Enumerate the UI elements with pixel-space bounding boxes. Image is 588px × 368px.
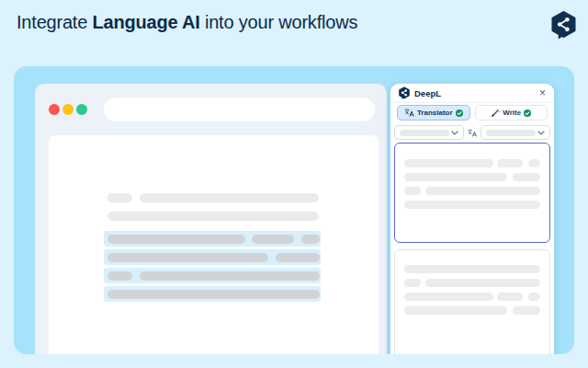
tab-write-label: Write [503,109,521,117]
close-window-icon[interactable] [49,104,60,115]
skeleton-bar [140,271,320,281]
language-selector-row [394,125,550,140]
page-title-suffix: into your workflows [200,12,358,32]
translation-output-area [394,249,550,354]
maximize-window-icon[interactable] [76,104,87,115]
pro-check-badge-icon [524,109,531,117]
skeleton-row [404,187,540,195]
skeleton-bar [404,187,421,195]
skeleton-bar [404,265,540,273]
tab-write[interactable]: Write [475,105,548,121]
chevron-down-icon [537,131,545,135]
panel-tabs: Translator Write [390,105,554,121]
skeleton-bar [528,159,540,167]
skeleton-bar [513,306,540,315]
panel-app-name: DeepL [414,88,441,98]
pen-icon [491,109,500,118]
deepl-logo-icon [551,10,576,40]
skeleton-bar [404,293,493,301]
language-placeholder [400,130,449,136]
skeleton-bar [528,293,540,301]
browser-window [35,84,387,354]
skeleton-row [404,279,540,287]
skeleton-bar [404,279,421,287]
skeleton-bar [497,159,523,167]
skeleton-bar [107,235,245,244]
target-language-select[interactable] [481,125,550,140]
skeleton-bar [404,201,540,209]
skeleton-bar [404,306,507,315]
skeleton-bar [252,235,294,244]
minimize-window-icon[interactable] [62,104,74,115]
page-title-highlight: Language AI [93,12,200,32]
document-skeleton [104,135,321,302]
source-language-select[interactable] [394,125,464,140]
skeleton-bar [107,212,319,221]
tab-translator-label: Translator [417,109,453,117]
skeleton-bar [497,293,523,301]
skeleton-bar [301,235,320,244]
skeleton-row [404,306,540,315]
page-title: Integrate Language AI into your workflow… [17,12,357,33]
address-bar[interactable] [104,98,375,121]
skeleton-row [404,265,540,273]
demo-frame: DeepL × Translator [14,66,574,354]
skeleton-bar [404,173,507,181]
skeleton-bar [276,253,320,262]
chevron-down-icon [451,131,458,135]
skeleton-bar [107,271,132,281]
deepl-logo-small-icon [399,86,410,99]
webpage-document [49,135,379,354]
skeleton-row [104,286,321,302]
skeleton-row [104,231,321,247]
skeleton-bar [425,279,540,287]
skeleton-row [404,173,540,181]
skeleton-bar [140,193,319,202]
close-panel-icon[interactable]: × [539,87,546,98]
skeleton-row [404,293,540,301]
translate-swap-icon [468,129,477,137]
translate-icon [404,109,414,117]
skeleton-bar [107,193,132,202]
pro-check-badge-icon [456,109,463,117]
language-placeholder [486,130,536,136]
skeleton-bar [107,253,268,262]
skeleton-bar [404,159,493,167]
skeleton-bar [107,290,320,299]
skeleton-bar [513,173,540,181]
source-text-area[interactable] [394,143,550,243]
skeleton-row [104,249,321,265]
skeleton-row [404,201,540,209]
skeleton-bar [425,187,540,195]
skeleton-row [104,208,321,224]
page-title-prefix: Integrate [17,12,93,32]
deepl-extension-panel: DeepL × Translator [390,84,554,354]
panel-header: DeepL × [390,84,554,103]
skeleton-row [104,190,321,205]
skeleton-row [104,268,321,283]
tab-translator[interactable]: Translator [397,105,470,121]
window-controls [49,104,87,115]
skeleton-row [404,159,540,167]
